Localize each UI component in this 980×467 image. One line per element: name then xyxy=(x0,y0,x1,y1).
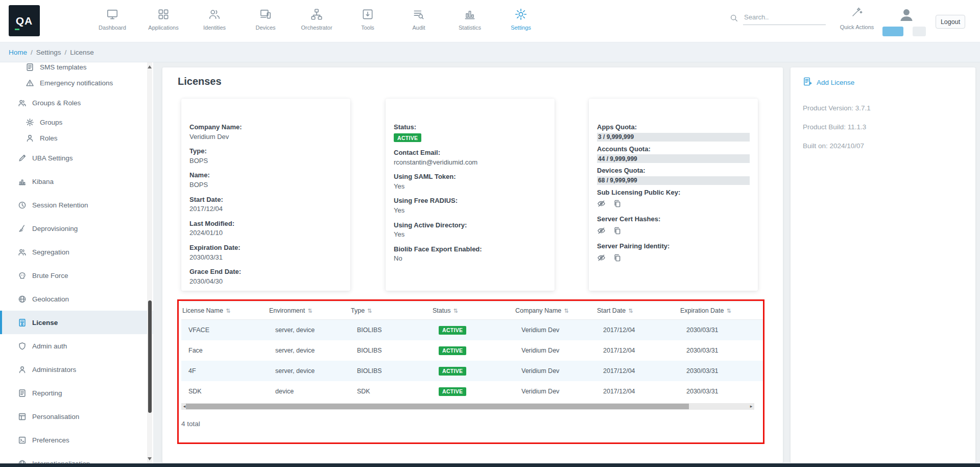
app-logo[interactable]: QA xyxy=(9,5,40,36)
add-license-button[interactable]: Add License xyxy=(803,77,854,88)
table-row[interactable]: 4Fserver, deviceBIOLIBSACTIVEVeridium De… xyxy=(181,361,763,381)
sidebar-item-brute-force[interactable]: Brute Force xyxy=(0,264,153,287)
sidebar-scrollbar[interactable] xyxy=(147,62,152,463)
column-header-type[interactable]: Type⇅ xyxy=(350,307,432,314)
sidebar-item-sms-templates[interactable]: SMS templates xyxy=(0,62,153,75)
nav-dashboard[interactable]: Dashboard xyxy=(87,4,138,38)
table-row[interactable]: SDKdeviceSDKACTIVEVeridium Dev2017/12/04… xyxy=(181,381,763,402)
main-panel: Licenses Company Name:Veridium DevType:B… xyxy=(162,67,783,463)
column-header-license-name[interactable]: License Name⇅ xyxy=(181,307,268,314)
table-hscrollbar[interactable]: ◂ ▸ xyxy=(181,403,754,410)
breadcrumb-license: License xyxy=(70,49,94,56)
field-value: 2017/12/04 xyxy=(189,205,342,213)
logout-button[interactable]: Logout xyxy=(936,15,965,29)
field-server-pairing-identity: Server Pairing Identity: xyxy=(597,242,750,262)
breadcrumb-bar: Home/Settings/License xyxy=(0,42,980,62)
sidebar-item-groups[interactable]: Groups xyxy=(0,114,153,130)
sidebar-item-preferences[interactable]: Preferences xyxy=(0,428,153,452)
sidebar-item-label: Groups xyxy=(40,119,62,126)
doc-icon xyxy=(26,63,34,72)
column-header-status[interactable]: Status⇅ xyxy=(432,307,514,314)
column-header-start-date[interactable]: Start Date⇅ xyxy=(596,307,679,314)
nav-tools[interactable]: Tools xyxy=(342,4,393,38)
reveal-button[interactable] xyxy=(597,253,606,262)
reveal-button[interactable] xyxy=(597,226,606,235)
sidebar-item-label: Emergency notifications xyxy=(40,79,113,87)
sidebar-scrollbar-thumb[interactable] xyxy=(148,300,152,413)
sidebar-item-label: Brute Force xyxy=(32,272,68,279)
table-row[interactable]: Faceserver, deviceBIOLIBSACTIVEVeridium … xyxy=(181,340,763,361)
nav-statistics[interactable]: Statistics xyxy=(444,4,495,38)
column-header-environment[interactable]: Environment⇅ xyxy=(268,307,350,314)
cell-license-name: SDK xyxy=(181,388,268,395)
cell-type: SDK xyxy=(350,388,432,395)
secret-actions xyxy=(597,199,750,208)
logo-accent xyxy=(15,29,19,30)
quota-bar: 3 / 9,999,999 xyxy=(597,133,750,142)
license-icon xyxy=(18,318,27,327)
clock-icon xyxy=(18,201,27,209)
reveal-button[interactable] xyxy=(597,199,606,208)
add-license-label: Add License xyxy=(817,79,854,86)
profile-icon[interactable] xyxy=(898,6,915,24)
table-row[interactable]: VFACEserver, deviceBIOLIBSACTIVEVeridium… xyxy=(181,320,763,340)
breadcrumb-home[interactable]: Home xyxy=(9,49,27,56)
copy-button[interactable] xyxy=(613,199,622,208)
sidebar-item-kibana[interactable]: Kibana xyxy=(0,170,153,193)
sidebar-item-session-retention[interactable]: Session Retention xyxy=(0,193,153,217)
product-version: Product Version: 3.7.1 xyxy=(803,104,871,112)
license-table: License Name⇅Environment⇅Type⇅Status⇅Com… xyxy=(181,301,763,428)
nav-label: Orchestrator xyxy=(301,25,332,31)
quick-actions-label: Quick Actions xyxy=(840,24,874,30)
sort-icon: ⇅ xyxy=(307,308,312,314)
field-biolib-face-export-enabled: Biolib Face Export Enabled:No xyxy=(394,245,546,263)
nav-identities[interactable]: Identities xyxy=(189,4,240,38)
secondary-flag-icon[interactable] xyxy=(913,27,926,36)
sidebar-item-geolocation[interactable]: Geolocation xyxy=(0,287,153,311)
sidebar-item-deprovisioning[interactable]: Deprovisioning xyxy=(0,217,153,240)
sidebar-item-label: Reporting xyxy=(32,389,62,397)
search-input[interactable] xyxy=(743,11,826,25)
sidebar-item-label: Admin auth xyxy=(32,342,67,350)
copy-button[interactable] xyxy=(613,226,622,235)
nav-audit[interactable]: Audit xyxy=(393,4,444,38)
sidebar-item-license[interactable]: License xyxy=(0,311,153,334)
nav-settings[interactable]: Settings xyxy=(495,4,546,38)
sidebar-item-personalisation[interactable]: Personalisation xyxy=(0,405,153,428)
flag-icon[interactable] xyxy=(882,27,903,36)
sidebar-item-roles[interactable]: Roles xyxy=(0,130,153,146)
field-label: Using SAML Token: xyxy=(394,173,546,181)
sidebar-item-segregation[interactable]: Segregation xyxy=(0,240,153,264)
column-header-expiration-date[interactable]: Expiration Date⇅ xyxy=(679,307,763,314)
column-header-company-name[interactable]: Company Name⇅ xyxy=(514,307,596,314)
scroll-down-icon[interactable] xyxy=(148,457,152,460)
sidebar-item-groups-roles[interactable]: Groups & Roles xyxy=(0,91,153,114)
sidebar-item-administrators[interactable]: Administrators xyxy=(0,358,153,381)
nav-orchestrator[interactable]: Orchestrator xyxy=(291,4,342,38)
broom-icon xyxy=(18,224,27,233)
copy-button[interactable] xyxy=(613,253,622,262)
nav-applications[interactable]: Applications xyxy=(138,4,189,38)
shield-icon xyxy=(18,342,27,351)
sidebar-item-admin-auth[interactable]: Admin auth xyxy=(0,334,153,358)
sidebar-item-emergency-notifications[interactable]: Emergency notifications xyxy=(0,75,153,91)
field-label: Last Modified: xyxy=(189,220,342,228)
cell-type: BIOLIBS xyxy=(350,347,432,354)
field-using-active-directory: Using Active Directory:Yes xyxy=(394,221,546,239)
breadcrumb: Home/Settings/License xyxy=(9,49,94,56)
breadcrumb-separator: / xyxy=(31,49,33,56)
sidebar-item-reporting[interactable]: Reporting xyxy=(0,381,153,405)
table-hscrollbar-thumb[interactable] xyxy=(186,404,689,409)
sidebar-item-internationalization[interactable]: Internationalization xyxy=(0,452,153,463)
sidebar-item-uba-settings[interactable]: UBA Settings xyxy=(0,146,153,170)
nav-label: Settings xyxy=(511,25,531,31)
field-grace-end-date: Grace End Date:2030/04/30 xyxy=(189,268,342,285)
field-value: 2024/01/10 xyxy=(189,229,342,237)
scroll-right-icon[interactable]: ▸ xyxy=(748,403,754,410)
sidebar-item-label: Segregation xyxy=(32,248,69,256)
cell-status: ACTIVE xyxy=(432,346,514,355)
nav-devices[interactable]: Devices xyxy=(240,4,291,38)
quick-actions-button[interactable]: Quick Actions xyxy=(833,6,881,30)
scroll-up-icon[interactable] xyxy=(148,65,152,68)
top-bar: QA DashboardApplicationsIdentitiesDevice… xyxy=(0,0,980,42)
